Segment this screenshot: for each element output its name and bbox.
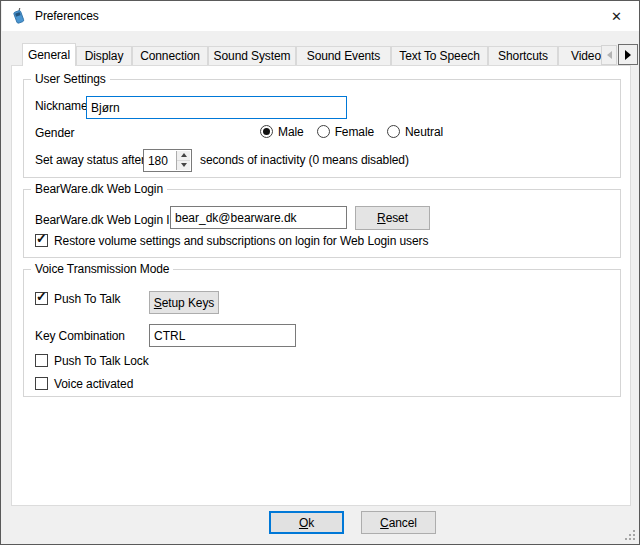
radio-female[interactable]: Female (317, 125, 374, 139)
key-combination-input[interactable] (149, 324, 296, 347)
tab-label: Display (85, 49, 124, 63)
gender-label: Gender (35, 126, 74, 140)
checkbox-label: Voice activated (54, 377, 133, 391)
tab-scroll-right-icon[interactable] (618, 44, 638, 65)
tab-label: Video (571, 49, 601, 63)
spinner-value: 180 (148, 154, 168, 168)
push-to-talk-lock-checkbox[interactable]: ✓ Push To Talk Lock (35, 354, 149, 368)
radio-neutral[interactable]: Neutral (387, 125, 443, 139)
radio-label: Neutral (405, 125, 443, 139)
radio-icon (317, 125, 330, 138)
button-label: ancel (389, 516, 417, 530)
resize-grip-icon[interactable] (624, 529, 635, 540)
tab-sound-system[interactable]: Sound System (208, 46, 296, 65)
button-label: O (299, 516, 308, 530)
setup-keys-button[interactable]: Setup Keys (149, 291, 219, 314)
group-title: Voice Transmission Mode (31, 262, 173, 276)
app-icon (10, 8, 27, 25)
group-title: BearWare.dk Web Login (31, 182, 167, 196)
check-icon: ✓ (36, 232, 47, 246)
button-label: C (380, 516, 389, 530)
tab-label: Sound System (214, 49, 291, 63)
tab-connection[interactable]: Connection (132, 46, 208, 65)
push-to-talk-checkbox[interactable]: ✓ Push To Talk (35, 292, 120, 306)
spin-down-icon[interactable] (177, 161, 190, 171)
check-icon: ✓ (36, 290, 47, 304)
tab-shortcuts[interactable]: Shortcuts (488, 46, 558, 65)
tab-label: General (28, 48, 70, 62)
tab-display[interactable]: Display (76, 46, 132, 65)
checkbox-label: Push To Talk (54, 292, 120, 306)
radio-icon (260, 125, 273, 138)
nickname-input[interactable] (86, 96, 347, 119)
ok-button[interactable]: Ok (269, 511, 344, 534)
checkbox-icon: ✓ (35, 377, 48, 390)
gender-radio-group: Male Female Neutral (260, 125, 443, 139)
radio-male[interactable]: Male (260, 125, 304, 139)
preferences-dialog: Preferences ✕ General Display Connection… (0, 0, 640, 545)
close-icon[interactable]: ✕ (594, 1, 639, 31)
titlebar[interactable]: Preferences ✕ (2, 1, 639, 31)
checkbox-label: Restore volume settings and subscription… (54, 234, 428, 248)
tab-label: Text To Speech (399, 49, 479, 63)
voice-activated-checkbox[interactable]: ✓ Voice activated (35, 377, 133, 391)
button-label: S (154, 296, 162, 310)
tab-label: Sound Events (307, 49, 381, 63)
button-label: eset (386, 211, 408, 225)
tab-scroll-left-icon[interactable] (601, 45, 617, 65)
radio-label: Male (278, 125, 304, 139)
key-combination-label: Key Combination (35, 329, 125, 343)
general-tab-panel: User Settings Nickname Gender Male Femal… (11, 65, 631, 506)
radio-icon (387, 125, 400, 138)
checkbox-label: Push To Talk Lock (54, 354, 149, 368)
button-label: etup Keys (162, 296, 214, 310)
spinner-buttons (176, 151, 190, 170)
checkbox-icon: ✓ (35, 354, 48, 367)
cancel-button[interactable]: Cancel (361, 511, 436, 534)
tab-sound-events[interactable]: Sound Events (296, 46, 391, 65)
away-status-suffix: seconds of inactivity (0 means disabled) (200, 153, 409, 167)
button-label: k (308, 516, 314, 530)
spin-up-icon[interactable] (177, 151, 190, 161)
group-title: User Settings (31, 72, 110, 86)
tab-text-to-speech[interactable]: Text To Speech (391, 46, 488, 65)
tab-label: Connection (140, 49, 200, 63)
web-login-id-label: BearWare.dk Web Login ID (35, 213, 178, 227)
checkbox-icon: ✓ (35, 292, 48, 305)
nickname-label: Nickname (35, 99, 88, 113)
right-arrow-icon (625, 50, 631, 60)
tab-label: Shortcuts (498, 49, 548, 63)
away-status-label: Set away status after (35, 153, 145, 167)
window-title: Preferences (35, 9, 99, 23)
web-login-id-input[interactable] (170, 206, 347, 229)
away-seconds-spinner[interactable]: 180 (143, 149, 192, 172)
restore-volume-checkbox[interactable]: ✓ Restore volume settings and subscripti… (35, 234, 428, 248)
radio-label: Female (335, 125, 374, 139)
button-label: R (377, 211, 386, 225)
reset-button[interactable]: Reset (355, 206, 430, 230)
left-arrow-icon (607, 51, 612, 59)
tab-general[interactable]: General (22, 43, 76, 66)
checkbox-icon: ✓ (35, 234, 48, 247)
